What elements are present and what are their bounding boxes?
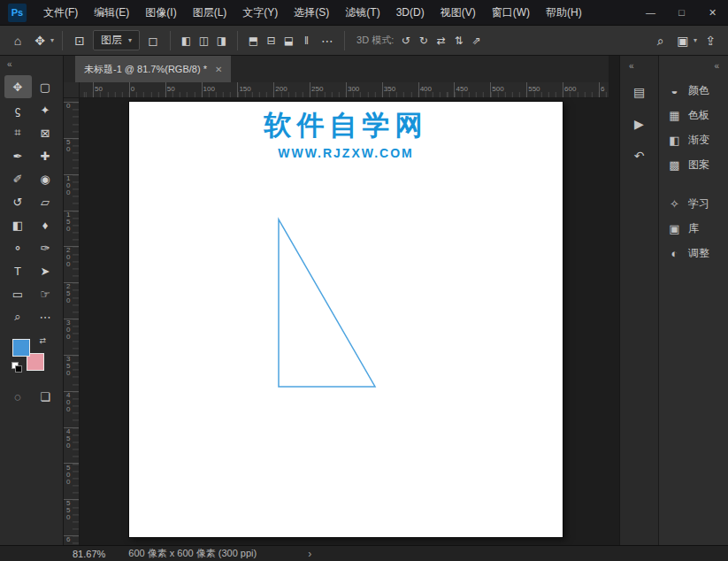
learn-panel[interactable]: ✧学习 (659, 191, 728, 216)
workspace-icon: ▣ (674, 31, 692, 50)
distribute-icon[interactable]: ‖ (299, 31, 314, 50)
color-panel[interactable]: ◒颜色 (659, 78, 728, 103)
3d-roll-icon[interactable]: ↻ (416, 31, 431, 50)
path-selection-tool[interactable]: ➤ (32, 259, 59, 282)
menu-bar: Ps 文件(F)编辑(E)图像(I)图层(L)文字(Y)选择(S)滤镜(T)3D… (0, 0, 728, 26)
auto-select-target-dropdown[interactable]: 图层 ▾ (93, 30, 140, 50)
pen-tool[interactable]: ✑ (32, 236, 59, 259)
align-center-horizontal-icon[interactable]: ◫ (196, 31, 211, 50)
history-brush-tool[interactable]: ↺ (4, 190, 32, 213)
learn-panel-icon: ✧ (668, 197, 681, 211)
menu-item-9[interactable]: 窗口(W) (484, 0, 538, 25)
triangle-shape (129, 102, 563, 537)
edit-toolbar-button[interactable]: ⋯ (32, 305, 59, 328)
menu-item-6[interactable]: 滤镜(T) (337, 0, 387, 25)
menu-item-7[interactable]: 3D(D) (388, 0, 433, 25)
expand-panels-icon[interactable]: « (620, 56, 658, 76)
spot-healing-brush-tool[interactable]: ✚ (32, 144, 59, 167)
menu-item-3[interactable]: 图层(L) (185, 0, 235, 25)
menu-items: 文件(F)编辑(E)图像(I)图层(L)文字(Y)选择(S)滤镜(T)3D(D)… (35, 0, 590, 25)
document-size-info[interactable]: 600 像素 x 600 像素 (300 ppi) (128, 547, 257, 560)
brush-tool[interactable]: ✐ (4, 167, 32, 190)
blur-tool[interactable]: ♦ (32, 213, 59, 236)
align-middle-icon[interactable]: ⊟ (264, 31, 279, 50)
menu-item-2[interactable]: 图像(I) (137, 0, 184, 25)
dock2-panels-bottom: ✧学习▣库◐调整 (659, 191, 728, 265)
ruler-v-label: 500 (66, 465, 73, 486)
menu-item-5[interactable]: 选择(S) (286, 0, 337, 25)
align-top-icon[interactable]: ⬒ (246, 31, 261, 50)
rectangle-tool[interactable]: ▭ (4, 282, 32, 305)
divider (344, 31, 345, 50)
collapse-panels-icon[interactable]: « (659, 56, 728, 78)
ruler-v-label: 6 (66, 536, 73, 543)
frame-tool[interactable]: ⊠ (32, 121, 59, 144)
eraser-tool[interactable]: ▱ (32, 190, 59, 213)
screen-mode-button[interactable]: ❏ (32, 385, 59, 408)
align-left-icon[interactable]: ◧ (179, 31, 194, 50)
rectangular-marquee-tool[interactable]: ▢ (32, 75, 59, 98)
3d-orbit-icon[interactable]: ↺ (398, 31, 413, 50)
show-transform-controls-toggle[interactable]: ◻ (144, 31, 162, 50)
actions-panel-icon[interactable]: ▶ (620, 108, 658, 140)
menu-item-1[interactable]: 编辑(E) (86, 0, 137, 25)
3d-scale-icon[interactable]: ⇗ (469, 31, 484, 50)
clone-stamp-tool[interactable]: ◉ (32, 167, 59, 190)
workspace-switcher[interactable]: ▣ ▾ (674, 31, 697, 50)
auto-select-toggle-icon[interactable]: ⊡ (71, 31, 88, 50)
status-options-chevron[interactable]: › (308, 548, 311, 560)
move-tool[interactable]: ✥ (4, 75, 32, 98)
maximize-button[interactable]: □ (666, 0, 697, 25)
menu-item-10[interactable]: 帮助(H) (538, 0, 590, 25)
libraries-panel-label: 库 (688, 221, 699, 236)
photoshop-logo: Ps (8, 4, 27, 22)
minimize-button[interactable]: — (635, 0, 666, 25)
swatches-panel[interactable]: ▦色板 (659, 103, 728, 127)
hand-tool[interactable]: ☞ (32, 282, 59, 305)
document-tab[interactable]: 未标题-1 @ 81.7%(RGB/8) * ✕ (75, 56, 231, 82)
libraries-panel[interactable]: ▣库 (659, 216, 728, 241)
dodge-tool[interactable]: ⚬ (4, 236, 32, 259)
swap-colors-icon[interactable]: ⇄ (39, 336, 46, 345)
close-button[interactable]: ✕ (697, 0, 728, 25)
3d-pan-icon[interactable]: ⇄ (433, 31, 448, 50)
canvas-viewport: 软件自学网 WWW.RJZXW.COM (80, 98, 609, 545)
ruler-origin[interactable] (64, 82, 80, 98)
adjustments-panel[interactable]: ◐调整 (659, 241, 728, 265)
color-panel-icon: ◒ (668, 84, 681, 97)
gradients-panel[interactable]: ◧渐变 (659, 127, 728, 152)
zoom-level-field[interactable]: 81.67% (73, 549, 105, 559)
quick-mask-button[interactable]: ◌ (4, 385, 32, 408)
menu-item-0[interactable]: 文件(F) (35, 0, 86, 25)
ruler-horizontal: 500501001502002503003504004505005506006 (80, 82, 609, 98)
home-icon[interactable]: ⌂ (9, 31, 27, 50)
ruler-h-label: 50 (167, 85, 175, 93)
close-tab-icon[interactable]: ✕ (215, 65, 222, 74)
tool-preset-picker[interactable]: ✥ ▾ (31, 31, 54, 50)
align-bottom-icon[interactable]: ⬓ (281, 31, 296, 50)
properties-panel-icon[interactable]: ▤ (620, 76, 658, 108)
eyedropper-tool[interactable]: ✒ (4, 144, 32, 167)
3d-mode-label: 3D 模式: (356, 34, 394, 47)
quick-selection-tool[interactable]: ✦ (32, 98, 59, 121)
menu-item-4[interactable]: 文字(Y) (234, 0, 286, 25)
share-icon[interactable]: ⇪ (701, 31, 719, 50)
zoom-tool[interactable]: ⌕ (4, 305, 32, 328)
collapse-tools-icon[interactable]: « (0, 56, 63, 73)
search-icon[interactable]: ⌕ (652, 31, 670, 50)
patterns-panel[interactable]: ▩图案 (659, 152, 728, 177)
align-right-icon[interactable]: ◨ (214, 31, 229, 50)
type-tool[interactable]: T (4, 259, 32, 282)
gradient-tool[interactable]: ◧ (4, 213, 32, 236)
canvas[interactable]: 软件自学网 WWW.RJZXW.COM (129, 102, 563, 537)
lasso-tool[interactable]: ϛ (4, 98, 32, 121)
menu-item-8[interactable]: 视图(V) (433, 0, 484, 25)
more-align-options-icon[interactable]: ⋯ (318, 31, 336, 50)
history-panel-icon[interactable]: ↶ (620, 140, 658, 172)
default-colors-icon[interactable] (11, 362, 20, 371)
ruler-v-label: 150 (66, 211, 73, 233)
foreground-swatch[interactable] (12, 339, 30, 357)
crop-tool[interactable]: ⌗ (4, 121, 32, 144)
3d-slide-icon[interactable]: ⇅ (451, 31, 466, 50)
adjustments-panel-label: 调整 (688, 246, 709, 261)
